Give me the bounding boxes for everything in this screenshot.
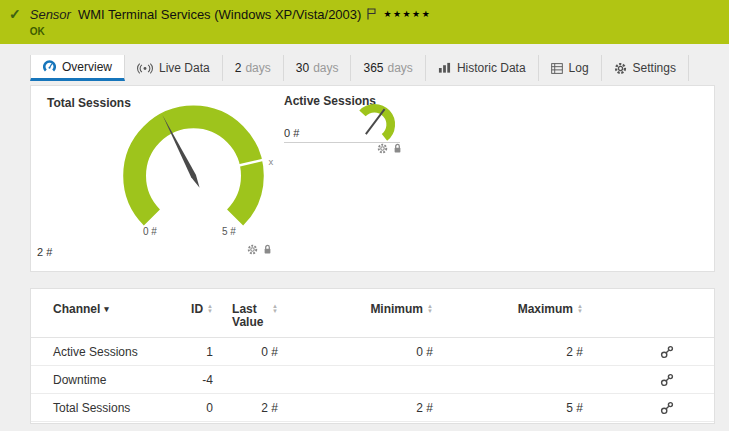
column-header-channel[interactable]: Channel ▾ xyxy=(53,303,178,329)
channel-maximum: 2 # xyxy=(433,345,583,359)
gauge-icon xyxy=(43,60,56,73)
gauge-settings-gear-icon[interactable] xyxy=(247,244,258,255)
page-title: WMI Terminal Services (Windows XP/Vista/… xyxy=(78,7,361,22)
tab-label: Settings xyxy=(633,61,676,75)
table-header-row: Channel ▾ ID ▲▼ Last Value ▲▼ Minimum ▲▼… xyxy=(31,289,714,338)
channel-name[interactable]: Total Sessions xyxy=(53,401,178,415)
total-gauge-controls xyxy=(247,244,272,255)
priority-stars[interactable]: ★★★★★ xyxy=(383,9,431,19)
channel-settings-icon[interactable] xyxy=(660,345,674,359)
gauge-scale-min: 0 # xyxy=(143,226,157,237)
column-label: Last Value xyxy=(232,303,268,329)
column-label: Maximum xyxy=(518,303,573,316)
channel-id: -4 xyxy=(178,373,213,387)
header-title-group: Sensor WMI Terminal Services (Windows XP… xyxy=(30,7,432,37)
total-sessions-gauge: x xyxy=(103,98,284,250)
tab-365-days[interactable]: 365 days xyxy=(351,55,425,81)
sensor-header: ✓ Sensor WMI Terminal Services (Windows … xyxy=(0,0,729,44)
tab-settings[interactable]: Settings xyxy=(602,55,689,81)
gauges-panel: Total Sessions x 0 # 5 # 2 # Active Sess… xyxy=(30,85,715,272)
table-row: Active Sessions 1 0 # 0 # 2 # xyxy=(31,338,714,366)
tab-historic-data[interactable]: Historic Data xyxy=(426,55,539,81)
channel-last-value: 0 # xyxy=(213,345,278,359)
channel-id: 1 xyxy=(178,345,213,359)
channel-last-value: 2 # xyxy=(213,401,278,415)
channel-id: 0 xyxy=(178,401,213,415)
lock-icon[interactable] xyxy=(393,143,402,154)
tab-day-number: 365 xyxy=(363,61,383,75)
column-header-last-value[interactable]: Last Value ▲▼ xyxy=(213,303,278,329)
bar-chart-icon xyxy=(438,62,451,74)
active-sessions-value: 0 # xyxy=(284,127,299,139)
broadcast-icon xyxy=(137,63,153,74)
tab-log[interactable]: Log xyxy=(539,55,602,81)
active-gauge-controls xyxy=(377,143,402,154)
table-row: Total Sessions 0 2 # 2 # 5 # xyxy=(31,394,714,422)
column-header-minimum[interactable]: Minimum ▲▼ xyxy=(278,303,433,329)
tab-label: Live Data xyxy=(159,61,210,75)
status-badge: OK xyxy=(30,26,432,37)
column-label: Channel xyxy=(53,303,100,316)
channel-name[interactable]: Downtime xyxy=(53,373,178,387)
gauge-settings-gear-icon[interactable] xyxy=(377,143,388,154)
sort-caret-icon[interactable]: ▾ xyxy=(104,303,109,315)
lock-icon[interactable] xyxy=(263,244,272,255)
object-kind-label: Sensor xyxy=(30,7,71,22)
gear-icon xyxy=(614,62,627,75)
channel-minimum: 2 # xyxy=(278,401,433,415)
channel-maximum: 5 # xyxy=(433,401,583,415)
channel-settings-icon[interactable] xyxy=(660,401,674,415)
column-header-id[interactable]: ID ▲▼ xyxy=(178,303,213,329)
tab-label: Overview xyxy=(62,60,112,74)
channel-settings-icon[interactable] xyxy=(660,373,674,387)
total-sessions-value: 2 # xyxy=(37,246,52,258)
column-label: ID xyxy=(191,303,203,316)
gauge-scale-max: 5 # xyxy=(222,226,236,237)
status-ok-check-icon: ✓ xyxy=(9,7,21,22)
channels-table-panel: Channel ▾ ID ▲▼ Last Value ▲▼ Minimum ▲▼… xyxy=(30,288,715,424)
active-sessions-gauge xyxy=(349,98,399,148)
tab-live-data[interactable]: Live Data xyxy=(125,55,223,81)
tab-overview[interactable]: Overview xyxy=(30,55,125,81)
log-list-icon xyxy=(551,63,563,74)
tab-day-unit: days xyxy=(313,61,338,75)
channel-name[interactable]: Active Sessions xyxy=(53,345,178,359)
tab-label: Historic Data xyxy=(457,61,526,75)
sensor-tabbar: Overview Live Data 2 days 30 days 365 da… xyxy=(30,55,729,81)
column-label: Minimum xyxy=(370,303,423,316)
tab-day-unit: days xyxy=(388,61,413,75)
gauge-marker-label: x xyxy=(269,156,274,167)
channel-minimum: 0 # xyxy=(278,345,433,359)
column-header-maximum[interactable]: Maximum ▲▼ xyxy=(433,303,583,329)
tab-label: Log xyxy=(569,61,589,75)
tab-30-days[interactable]: 30 days xyxy=(284,55,352,81)
tab-day-number: 2 xyxy=(235,61,242,75)
tab-day-number: 30 xyxy=(296,61,309,75)
tab-2-days[interactable]: 2 days xyxy=(223,55,284,81)
priority-flag-icon[interactable] xyxy=(367,8,376,20)
tab-day-unit: days xyxy=(245,61,270,75)
table-row: Downtime -4 xyxy=(31,366,714,394)
